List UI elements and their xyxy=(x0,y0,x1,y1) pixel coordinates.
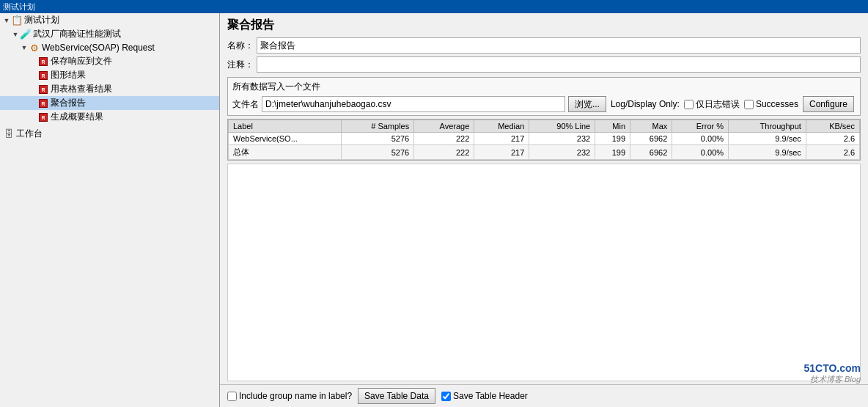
comment-row: 注释： xyxy=(227,56,861,73)
table-header: Throughput xyxy=(729,120,806,133)
tree-label-graph-results: 图形结果 xyxy=(51,69,86,81)
table-cell: 199 xyxy=(595,145,630,160)
tree-icon-save-response: R xyxy=(37,56,49,67)
table-cell: 232 xyxy=(529,133,595,145)
save-table-header-checkbox[interactable] xyxy=(441,392,451,401)
configure-button[interactable]: Configure xyxy=(803,96,854,112)
table-cell: 6962 xyxy=(630,133,672,145)
log-display-label: Log/Display Only: xyxy=(611,99,680,109)
table-cell: 0.00% xyxy=(672,145,729,160)
comment-input[interactable] xyxy=(257,56,861,73)
tree-item-generate-summary[interactable]: R生成概要结果 xyxy=(0,110,219,124)
log-errors-text: 仅日志错误 xyxy=(696,98,740,111)
table-cell: 9.9/sec xyxy=(729,133,806,145)
file-section: 所有数据写入一个文件 文件名 浏览... Log/Display Only: 仅… xyxy=(227,77,861,116)
log-errors-label[interactable]: 仅日志错误 xyxy=(684,98,740,111)
table-body: WebService(SO...527622221723219969620.00… xyxy=(229,133,860,160)
tree-item-table-results[interactable]: R用表格查看结果 xyxy=(0,82,219,96)
table-header: 90% Line xyxy=(529,120,595,133)
bottom-bar: Include group name in label? Save Table … xyxy=(220,384,868,407)
successes-checkbox[interactable] xyxy=(744,100,754,109)
log-row: Log/Display Only: 仅日志错误 Successes Config… xyxy=(609,96,856,112)
table-cell: 5276 xyxy=(341,133,413,145)
tree-icon-aggregate-report: R xyxy=(37,98,49,109)
table-row: 总体527622221723219969620.00%9.9/sec2.6 xyxy=(229,145,860,160)
expand-arrow[interactable]: ▼ xyxy=(12,31,19,38)
file-label: 文件名 xyxy=(232,98,259,111)
table-cell: 222 xyxy=(414,145,474,160)
table-header: # Samples xyxy=(341,120,413,133)
tree-icon-table-results: R xyxy=(37,84,49,95)
save-table-header-label[interactable]: Save Table Header xyxy=(441,391,528,401)
tree-item-graph-results[interactable]: R图形结果 xyxy=(0,68,219,82)
log-errors-checkbox[interactable] xyxy=(684,100,694,109)
table-cell: 199 xyxy=(595,133,630,145)
table-cell: 217 xyxy=(474,145,529,160)
expand-arrow[interactable]: ▼ xyxy=(21,44,28,51)
table-cell: 5276 xyxy=(341,145,413,160)
name-section: 名称： 注释： xyxy=(220,36,868,77)
include-group-label[interactable]: Include group name in label? xyxy=(227,391,352,401)
table-header: Average xyxy=(414,120,474,133)
table-cell: 2.6 xyxy=(806,145,859,160)
table-cell: 总体 xyxy=(229,145,342,160)
panel-title: 聚合报告 xyxy=(220,13,868,36)
main-layout: ▼📋测试计划▼🧪武汉厂商验证性能测试▼⚙WebService(SOAP) Req… xyxy=(0,13,868,407)
title-bar: 测试计划 xyxy=(0,0,868,13)
table-cell: 222 xyxy=(414,133,474,145)
file-section-title: 所有数据写入一个文件 xyxy=(232,81,856,93)
tree-item-aggregate-report[interactable]: R聚合报告 xyxy=(0,96,219,110)
name-label: 名称： xyxy=(227,40,254,52)
table-cell: 2.6 xyxy=(806,133,859,145)
table-header: Max xyxy=(630,120,672,133)
workbench-icon: 🗄 xyxy=(3,128,15,140)
include-group-text: Include group name in label? xyxy=(239,391,352,401)
name-row: 名称： xyxy=(227,37,861,54)
successes-text: Successes xyxy=(756,99,798,109)
workbench-item[interactable]: 🗄 工作台 xyxy=(0,127,219,141)
table-header: Error % xyxy=(672,120,729,133)
expand-arrow[interactable]: ▼ xyxy=(3,17,10,24)
tree-label-generate-summary: 生成概要结果 xyxy=(51,111,103,123)
table-cell: 6962 xyxy=(630,145,672,160)
tree-item-soap-request[interactable]: ▼⚙WebService(SOAP) Request xyxy=(0,41,219,54)
table-cell: WebService(SO... xyxy=(229,133,342,145)
save-table-data-button[interactable]: Save Table Data xyxy=(358,388,435,404)
tree-icon-test-plan: 📋 xyxy=(11,15,23,26)
table-header: Min xyxy=(595,120,630,133)
tree-label-soap-request: WebService(SOAP) Request xyxy=(42,43,155,53)
tree-label-save-response: 保存响应到文件 xyxy=(51,55,112,67)
file-input[interactable] xyxy=(262,96,565,112)
workbench-label: 工作台 xyxy=(16,128,43,140)
tree-item-test-plan[interactable]: ▼📋测试计划 xyxy=(0,13,219,27)
table-head: Label# SamplesAverageMedian90% LineMinMa… xyxy=(229,120,860,133)
include-group-checkbox[interactable] xyxy=(227,392,237,401)
table-header: Label xyxy=(229,120,342,133)
browse-button[interactable]: 浏览... xyxy=(568,96,606,112)
tree-label-table-results: 用表格查看结果 xyxy=(51,83,112,95)
name-input[interactable] xyxy=(257,37,861,54)
title-bar-label: 测试计划 xyxy=(3,1,35,12)
data-table-container: Label# SamplesAverageMedian90% LineMinMa… xyxy=(227,119,861,161)
empty-area xyxy=(227,164,861,381)
successes-label[interactable]: Successes xyxy=(744,99,798,109)
tree-label-wuhan: 武汉厂商验证性能测试 xyxy=(33,28,121,40)
table-row: WebService(SO...527622221723219969620.00… xyxy=(229,133,860,145)
comment-label: 注释： xyxy=(227,59,254,71)
data-table: Label# SamplesAverageMedian90% LineMinMa… xyxy=(228,120,860,160)
tree-icon-wuhan: 🧪 xyxy=(20,29,32,40)
tree-icon-graph-results: R xyxy=(37,70,49,81)
tree-label-test-plan: 测试计划 xyxy=(24,14,59,26)
table-cell: 232 xyxy=(529,145,595,160)
tree-icon-soap-request: ⚙ xyxy=(29,42,40,54)
table-cell: 9.9/sec xyxy=(729,145,806,160)
tree-container: ▼📋测试计划▼🧪武汉厂商验证性能测试▼⚙WebService(SOAP) Req… xyxy=(0,13,219,124)
tree-item-save-response[interactable]: R保存响应到文件 xyxy=(0,54,219,68)
table-cell: 0.00% xyxy=(672,133,729,145)
tree-icon-generate-summary: R xyxy=(37,111,49,123)
right-panel: 聚合报告 名称： 注释： 所有数据写入一个文件 文件名 浏览... Log/Di… xyxy=(220,13,868,407)
table-header: Median xyxy=(474,120,529,133)
table-cell: 217 xyxy=(474,133,529,145)
tree-item-wuhan[interactable]: ▼🧪武汉厂商验证性能测试 xyxy=(0,27,219,41)
file-row: 文件名 浏览... Log/Display Only: 仅日志错误 Succes… xyxy=(232,96,856,112)
